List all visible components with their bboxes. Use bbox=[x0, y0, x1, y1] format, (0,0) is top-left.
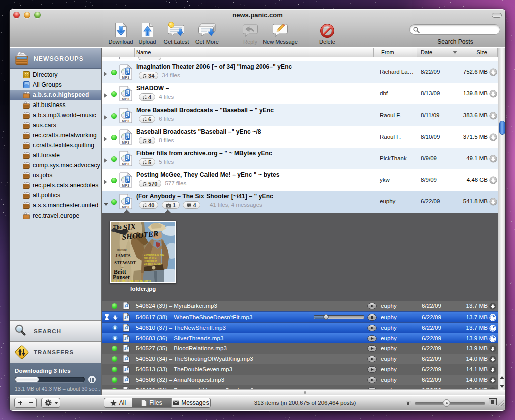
svg-text:The: The bbox=[113, 224, 122, 230]
svg-text:files in MP3: files in MP3 bbox=[144, 257, 157, 259]
svg-text:OLD TIME RADIO IN MP3: OLD TIME RADIO IN MP3 bbox=[112, 279, 151, 283]
svg-text:Recorded in: Recorded in bbox=[144, 260, 157, 262]
svg-text:SIX: SIX bbox=[123, 222, 137, 232]
svg-text:Containing 39 mp3: Containing 39 mp3 bbox=[144, 254, 165, 256]
svg-text:STEWART: STEWART bbox=[114, 260, 136, 265]
svg-text:Chicago, IL, USA: Chicago, IL, USA bbox=[144, 263, 163, 265]
svg-text:JAMES: JAMES bbox=[115, 253, 131, 258]
svg-text:starring: starring bbox=[117, 248, 127, 251]
